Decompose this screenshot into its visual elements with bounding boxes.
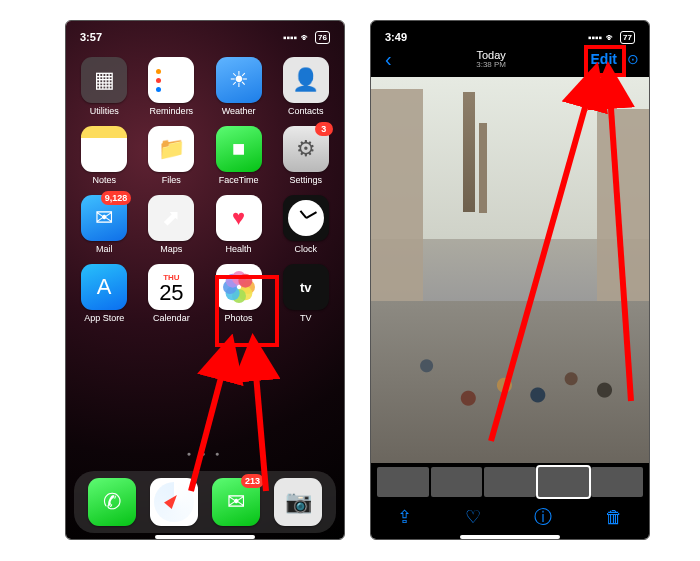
info-button[interactable]: ⓘ [534,505,552,529]
nav-actions: Edit ⊙ [587,49,639,69]
app-weather[interactable]: ☀Weather [210,57,268,116]
reminders-icon [148,57,194,103]
more-button[interactable]: ⊙ [627,51,639,67]
back-button[interactable]: ‹ [381,46,396,73]
app-files[interactable]: 📁Files [142,126,200,185]
app-label: Reminders [150,106,194,116]
app-photos[interactable]: Photos [210,264,268,323]
app-utilities[interactable]: ▦Utilities [75,57,133,116]
photo-tower [463,92,475,212]
app-label: Calendar [153,313,190,323]
thumbnail[interactable] [484,467,536,497]
dock-app-safari[interactable] [150,478,198,526]
app-label: Files [162,175,181,185]
health-icon: ♥ [216,195,262,241]
wifi-icon: ᯤ [606,32,616,43]
app-contacts[interactable]: 👤Contacts [277,57,335,116]
battery-icon: 76 [315,31,330,44]
app-mail[interactable]: ✉9,128Mail [75,195,133,254]
app-reminders[interactable]: Reminders [142,57,200,116]
dock-app-phone[interactable]: ✆ [88,478,136,526]
nav-title: Today [476,49,506,61]
signal-icon: ▪▪▪▪ [283,32,297,43]
thumbnail-selected[interactable] [538,467,590,497]
photo-tower [479,123,487,213]
dock-app-messages[interactable]: ✉213 [212,478,260,526]
badge: 213 [241,474,264,488]
share-button[interactable]: ⇪ [397,506,412,528]
app-maps[interactable]: ⬈Maps [142,195,200,254]
thumbnail-strip[interactable] [371,467,649,497]
app-calendar[interactable]: THU25Calendar [142,264,200,323]
clock-icon [283,195,329,241]
nav-bar: ‹ Today 3:38 PM Edit ⊙ [371,45,649,73]
app-facetime[interactable]: ■FaceTime [210,126,268,185]
status-indicators: ▪▪▪▪ ᯤ 76 [283,31,330,44]
weather-icon: ☀ [216,57,262,103]
status-bar: 3:57 ▪▪▪▪ ᯤ 76 [66,21,344,49]
app-label: Clock [294,244,317,254]
page-indicator[interactable]: ● ● ● [66,450,344,457]
safari-icon [150,478,198,526]
dock-app-camera[interactable]: 📷 [274,478,322,526]
tv-icon: tv [283,264,329,310]
app-label: Health [226,244,252,254]
thumbnail[interactable] [431,467,483,497]
home-indicator[interactable] [460,535,560,539]
status-time: 3:57 [80,31,102,43]
notes-icon [81,126,127,172]
maps-icon: ⬈ [148,195,194,241]
app-label: Utilities [90,106,119,116]
photos-viewer-frame: 3:49 ▪▪▪▪ ᯤ 77 ‹ Today 3:38 PM Edit ⊙ [370,20,650,540]
nav-title-group: Today 3:38 PM [476,49,506,70]
facetime-icon: ■ [216,126,262,172]
photos-icon [216,264,262,310]
app-label: Maps [160,244,182,254]
photo-crowd [371,301,649,463]
home-indicator[interactable] [155,535,255,539]
thumbnail[interactable] [591,467,643,497]
bottom-toolbar: ⇪ ♡ ⓘ 🗑 [371,501,649,533]
dock: ✆✉213📷 [74,471,336,533]
app-grid: ▦UtilitiesReminders☀Weather👤ContactsNote… [66,57,344,323]
camera-icon: 📷 [274,478,322,526]
status-time: 3:49 [385,31,407,43]
files-icon: 📁 [148,126,194,172]
app-label: FaceTime [219,175,259,185]
calendar-icon: THU25 [148,264,194,310]
signal-icon: ▪▪▪▪ [588,32,602,43]
app-label: Notes [92,175,116,185]
badge: 9,128 [101,191,132,205]
wifi-icon: ᯤ [301,32,311,43]
app-settings[interactable]: ⚙3Settings [277,126,335,185]
app-label: Mail [96,244,113,254]
photo-building [371,89,423,309]
nav-subtitle: 3:38 PM [476,61,506,70]
photo-building [597,109,649,309]
favorite-button[interactable]: ♡ [465,506,481,528]
app-label: Photos [225,313,253,323]
app-health[interactable]: ♥Health [210,195,268,254]
app-app-store[interactable]: AApp Store [75,264,133,323]
badge: 3 [315,122,333,136]
home-screen-frame: 3:57 ▪▪▪▪ ᯤ 76 ▦UtilitiesReminders☀Weath… [65,20,345,540]
contacts-icon: 👤 [283,57,329,103]
thumbnail[interactable] [377,467,429,497]
utilities-icon: ▦ [81,57,127,103]
app store-icon: A [81,264,127,310]
app-notes[interactable]: Notes [75,126,133,185]
phone-icon: ✆ [88,478,136,526]
app-tv[interactable]: tvTV [277,264,335,323]
delete-button[interactable]: 🗑 [605,507,623,528]
photo-viewport[interactable] [371,77,649,463]
app-label: App Store [84,313,124,323]
edit-button[interactable]: Edit [587,49,621,69]
app-label: Settings [289,175,322,185]
app-clock[interactable]: Clock [277,195,335,254]
app-label: TV [300,313,312,323]
status-indicators: ▪▪▪▪ ᯤ 77 [588,31,635,44]
app-label: Weather [222,106,256,116]
app-label: Contacts [288,106,324,116]
battery-icon: 77 [620,31,635,44]
